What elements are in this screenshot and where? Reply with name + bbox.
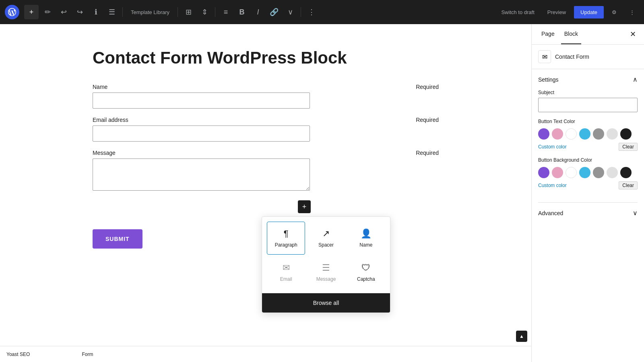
- block-item-spacer[interactable]: ↗ Spacer: [307, 222, 345, 255]
- block-picker-grid: ¶ Paragraph ↗ Spacer 👤 Name: [262, 217, 390, 293]
- advanced-title: Advanced: [538, 210, 563, 216]
- preview-button[interactable]: Preview: [543, 7, 571, 18]
- settings-title: Settings: [538, 76, 559, 83]
- details-button[interactable]: ℹ: [89, 5, 103, 19]
- advanced-header[interactable]: Advanced ∨: [538, 209, 638, 217]
- add-block-button[interactable]: +: [24, 5, 39, 19]
- block-item-name[interactable]: 👤 Name: [347, 222, 385, 255]
- editor-content: Contact Form WordPress Block Name Requir…: [85, 48, 447, 249]
- block-item-email[interactable]: ✉ Email: [267, 256, 305, 288]
- wp-logo: [5, 5, 19, 19]
- main-layout: Contact Form WordPress Block Name Requir…: [0, 24, 644, 362]
- swatch-purple-text[interactable]: [538, 128, 549, 140]
- toolbar: + ✏ ↩ ↪ ℹ ☰ Template Library ⊞ ⇕ ≡ B I 🔗…: [0, 0, 644, 24]
- custom-text-color-link[interactable]: Custom color: [538, 144, 567, 150]
- block-item-message[interactable]: ☰ Message: [307, 256, 345, 288]
- sidebar-tabs: Page Block ✕: [532, 24, 644, 45]
- settings-button[interactable]: ⚙: [607, 5, 621, 19]
- clear-text-color-button[interactable]: Clear: [619, 143, 638, 151]
- template-library-label[interactable]: Template Library: [126, 9, 174, 15]
- captcha-icon: 🛡: [361, 263, 370, 273]
- button-text-color-swatches: [538, 128, 638, 140]
- name-required: Required: [416, 84, 439, 90]
- spacer-icon: ↗: [322, 228, 330, 239]
- contact-form: Name Required Email address Required: [85, 84, 447, 249]
- captcha-label: Captcha: [357, 276, 375, 282]
- editor-area: Contact Form WordPress Block Name Requir…: [0, 24, 531, 362]
- form-field-email-header: Email address Required: [93, 117, 439, 123]
- email-input[interactable]: [93, 125, 310, 142]
- form-field-name: Name Required: [93, 84, 439, 109]
- block-item-paragraph[interactable]: ¶ Paragraph: [267, 222, 305, 255]
- name-field-label: Name: [359, 242, 372, 248]
- block-align-button[interactable]: ⊞: [181, 5, 196, 19]
- name-field-icon: 👤: [361, 228, 372, 239]
- undo-button[interactable]: ↩: [56, 5, 71, 19]
- swatch-black-bg[interactable]: [620, 167, 632, 178]
- paragraph-label: Paragraph: [275, 242, 297, 248]
- switch-draft-button[interactable]: Switch to draft: [496, 7, 539, 18]
- subject-input[interactable]: [538, 98, 638, 112]
- swatch-white-bg[interactable]: [566, 167, 577, 178]
- yoast-seo-label: Yoast SEO: [6, 352, 30, 357]
- clear-bg-color-button[interactable]: Clear: [619, 181, 638, 189]
- swatch-gray-bg[interactable]: [593, 167, 604, 178]
- swatch-skyblue-bg[interactable]: [579, 167, 590, 178]
- swatch-gray-text[interactable]: [593, 128, 604, 140]
- add-block-inline-button[interactable]: +: [298, 200, 311, 213]
- toolbar-divider-1: [122, 7, 123, 17]
- add-block-area: + ¶ Paragraph ↗ Spacer: [93, 200, 439, 213]
- swatch-pink-text[interactable]: [552, 128, 563, 140]
- link-button[interactable]: 🔗: [267, 5, 281, 19]
- settings-section: Settings ∧ Subject Button Text Color Cus…: [532, 69, 644, 202]
- list-view-button[interactable]: ☰: [105, 5, 119, 19]
- swatch-pink-bg[interactable]: [552, 167, 563, 178]
- swatch-black-text[interactable]: [620, 128, 632, 140]
- form-field-email: Email address Required: [93, 117, 439, 142]
- advanced-toggle-button[interactable]: ∨: [633, 209, 638, 217]
- advanced-section: Advanced ∨: [532, 203, 644, 223]
- submit-button[interactable]: SUBMIT: [93, 229, 142, 249]
- more-rich-button[interactable]: ∨: [283, 5, 297, 19]
- email-required: Required: [416, 117, 439, 123]
- tab-block[interactable]: Block: [561, 24, 581, 44]
- block-icon-small: ✉: [538, 50, 551, 63]
- message-required: Required: [416, 150, 439, 156]
- tab-page[interactable]: Page: [538, 24, 558, 44]
- toolbar-right: Switch to draft Preview Update ⚙ ⋮: [496, 5, 639, 19]
- bold-button[interactable]: B: [235, 5, 249, 19]
- update-button[interactable]: Update: [574, 6, 604, 19]
- redo-button[interactable]: ↪: [72, 5, 87, 19]
- browse-all-button[interactable]: Browse all: [262, 293, 390, 313]
- form-field-message-header: Message Required: [93, 150, 439, 156]
- tools-button[interactable]: ✏: [40, 5, 55, 19]
- sidebar-close-button[interactable]: ✕: [628, 28, 638, 40]
- swatch-purple-bg[interactable]: [538, 167, 549, 178]
- settings-toggle-button[interactable]: ∧: [633, 76, 638, 83]
- overflow-menu-button[interactable]: ⋮: [304, 5, 319, 19]
- swatch-white-text[interactable]: [566, 128, 577, 140]
- block-picker-popup: ¶ Paragraph ↗ Spacer 👤 Name: [262, 216, 390, 313]
- italic-button[interactable]: I: [251, 5, 265, 19]
- toolbar-divider-4: [301, 7, 301, 17]
- yoast-seo-bar: Yoast SEO: [0, 346, 80, 362]
- swatch-skyblue-text[interactable]: [579, 128, 590, 140]
- toolbar-divider-3: [215, 7, 215, 17]
- button-bg-color-swatches: [538, 167, 638, 178]
- button-bg-color-label: Button Background Color: [538, 157, 638, 163]
- message-label: Message: [93, 150, 116, 156]
- block-updown-button[interactable]: ⇕: [197, 5, 212, 19]
- more-options-button[interactable]: ⋮: [625, 5, 639, 19]
- block-name-label: Contact Form: [555, 53, 589, 60]
- settings-header[interactable]: Settings ∧: [538, 76, 638, 83]
- block-item-captcha[interactable]: 🛡 Captcha: [347, 256, 385, 288]
- align-center-button[interactable]: ≡: [219, 5, 233, 19]
- name-input[interactable]: [93, 93, 310, 109]
- swatch-lightgray-text[interactable]: [607, 128, 618, 140]
- toolbar-divider-2: [178, 7, 178, 17]
- custom-bg-color-link[interactable]: Custom color: [538, 183, 567, 188]
- message-textarea[interactable]: [93, 158, 310, 191]
- swatch-lightgray-bg[interactable]: [607, 167, 618, 178]
- scroll-to-top-button[interactable]: ▲: [516, 331, 527, 342]
- message-field-label: Message: [316, 276, 336, 282]
